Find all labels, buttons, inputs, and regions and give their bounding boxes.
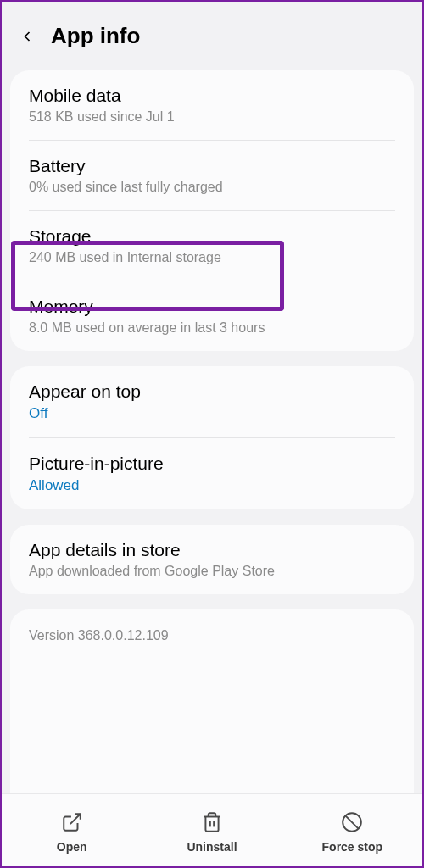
memory-subtitle: 8.0 MB used on average in last 3 hours [29, 320, 395, 336]
storage-subtitle: 240 MB used in Internal storage [29, 250, 395, 265]
pip-item[interactable]: Picture-in-picture Allowed [10, 438, 414, 509]
header: App info [10, 10, 414, 70]
storage-title: Storage [29, 226, 395, 247]
overlay-card: Appear on top Off Picture-in-picture All… [10, 366, 414, 509]
uninstall-button[interactable]: Uninstall [142, 811, 282, 854]
appear-on-top-item[interactable]: Appear on top Off [10, 366, 414, 437]
battery-item[interactable]: Battery 0% used since last fully charged [10, 141, 414, 210]
app-info-screen: App info Mobile data 518 KB used since J… [2, 2, 422, 866]
app-details-subtitle: App downloaded from Google Play Store [29, 564, 395, 579]
pip-title: Picture-in-picture [29, 453, 395, 474]
open-label: Open [57, 840, 87, 854]
page-title: App info [51, 23, 140, 49]
appear-on-top-subtitle: Off [29, 405, 395, 422]
storage-item[interactable]: Storage 240 MB used in Internal storage [10, 211, 414, 281]
memory-item[interactable]: Memory 8.0 MB used on average in last 3 … [10, 281, 414, 351]
pip-subtitle: Allowed [29, 477, 395, 494]
uninstall-label: Uninstall [187, 840, 237, 854]
battery-title: Battery [29, 156, 395, 176]
open-button[interactable]: Open [2, 811, 142, 854]
app-details-item[interactable]: App details in store App downloaded from… [10, 525, 414, 594]
version-label: Version 368.0.0.12.109 [10, 609, 414, 793]
appear-on-top-title: Appear on top [29, 381, 395, 402]
force-stop-button[interactable]: Force stop [282, 811, 422, 854]
memory-title: Memory [29, 297, 395, 317]
mobile-data-title: Mobile data [29, 86, 395, 106]
open-icon [61, 811, 83, 833]
back-icon[interactable] [19, 28, 36, 45]
usage-card: Mobile data 518 KB used since Jul 1 Batt… [10, 70, 414, 351]
svg-line-4 [346, 815, 359, 828]
bottom-action-bar: Open Uninstall Force stop [2, 793, 422, 866]
stop-icon [341, 811, 363, 833]
app-details-title: App details in store [29, 540, 395, 560]
mobile-data-item[interactable]: Mobile data 518 KB used since Jul 1 [10, 70, 414, 140]
svg-line-0 [70, 814, 80, 824]
trash-icon [201, 811, 223, 833]
battery-subtitle: 0% used since last fully charged [29, 180, 395, 195]
store-card: App details in store App downloaded from… [10, 525, 414, 594]
mobile-data-subtitle: 518 KB used since Jul 1 [29, 109, 395, 125]
force-stop-label: Force stop [322, 840, 383, 854]
